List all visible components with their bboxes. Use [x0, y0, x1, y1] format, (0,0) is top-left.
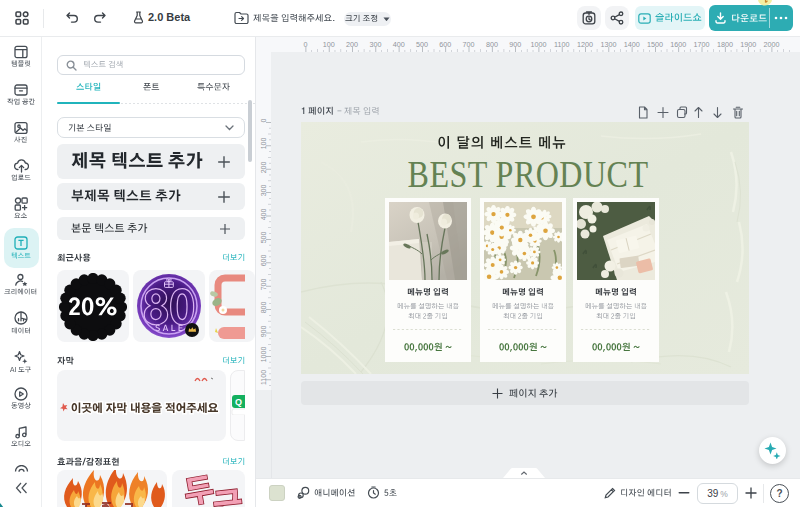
svg-text:Q: Q — [235, 397, 242, 407]
